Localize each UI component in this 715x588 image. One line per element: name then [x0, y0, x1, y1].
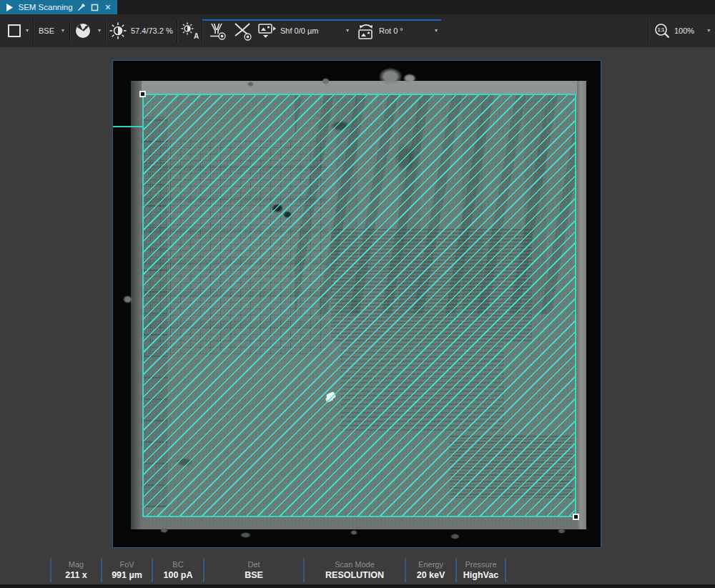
tab-title: SEM Scanning — [18, 3, 72, 11]
beam-blank-button[interactable] — [207, 14, 227, 47]
brightness-contrast-control[interactable]: 57.4/73.2 % — [108, 14, 173, 47]
rotation-dropdown[interactable]: ▾ — [435, 14, 438, 47]
rotation-value: Rot 0 ° — [379, 26, 403, 35]
close-icon[interactable]: ✕ — [104, 2, 112, 12]
sem-scanning-window: SEM Scanning ✕ ▾ BSE ▾ — [0, 0, 715, 588]
bottom-edge-strip — [0, 584, 715, 588]
dwell-time-button[interactable]: ▾ — [74, 14, 101, 47]
image-shift-control[interactable]: Shf 0/0 µm — [257, 14, 318, 47]
zoom-ratio-label: 1:1 — [658, 27, 665, 32]
scan-position-line — [113, 126, 142, 127]
detector-select-button[interactable]: BSE ▾ — [39, 14, 64, 47]
status-value: HighVac — [463, 571, 498, 580]
title-bar: SEM Scanning ✕ — [0, 0, 715, 14]
toolbar-separator — [105, 20, 106, 43]
status-label: Energy — [418, 561, 443, 569]
scan-viewport[interactable] — [112, 60, 601, 548]
status-cell-bc: BC 100 pA — [152, 558, 203, 582]
toolbar-separator — [69, 20, 70, 43]
scan-shape-button[interactable]: ▾ — [6, 14, 29, 47]
selection-handle-top-left[interactable] — [139, 91, 146, 97]
debris-speck — [123, 295, 132, 303]
status-cell-fov: FoV 991 µm — [101, 558, 152, 582]
status-label: Det — [247, 561, 260, 569]
status-cell-det: Det BSE — [203, 558, 303, 582]
die-top-edge — [131, 81, 586, 95]
float-window-icon[interactable] — [90, 2, 99, 12]
scan-shape-square-icon — [6, 22, 23, 39]
brightness-contrast-value: 57.4/73.2 % — [131, 26, 173, 35]
shift-dropdown[interactable]: ▾ — [346, 14, 349, 47]
caret-down-icon: ▾ — [26, 28, 29, 34]
debris-speck — [450, 534, 460, 539]
debris-speck — [403, 74, 416, 83]
play-icon — [5, 2, 14, 12]
caret-down-icon: ▾ — [61, 28, 64, 34]
selection-handle-bottom-right[interactable] — [573, 514, 579, 520]
scan-selection-region[interactable] — [142, 94, 576, 517]
view-zoom-control[interactable]: 1:1 100% ▾ — [654, 14, 710, 47]
debris-speck — [240, 532, 251, 538]
zoom-value: 100% — [674, 26, 694, 35]
speedometer-icon — [74, 21, 92, 40]
status-cell-energy: Energy 20 keV — [405, 558, 455, 582]
debris-speck — [322, 78, 330, 84]
status-label: Scan Mode — [335, 561, 375, 569]
stage-control-button[interactable] — [232, 14, 253, 47]
die-bottom-edge — [131, 517, 586, 529]
caret-down-icon: ▾ — [435, 28, 438, 34]
debris-speck — [379, 68, 402, 85]
status-cell-mag: Mag 211 x — [50, 558, 101, 582]
stage-axes-icon — [232, 21, 253, 41]
debris-speck — [558, 529, 566, 534]
status-value: BSE — [245, 571, 263, 580]
status-label: Mag — [69, 561, 84, 569]
status-value: 100 pA — [164, 571, 193, 580]
status-value: RESOLUTION — [325, 571, 384, 580]
die-left-edge — [131, 81, 142, 529]
pin-icon[interactable] — [77, 2, 86, 12]
toolbar: ▾ BSE ▾ ▾ — [0, 14, 715, 47]
caret-down-icon: ▾ — [346, 28, 349, 34]
scan-rotation-control[interactable]: Rot 0 ° — [356, 14, 403, 47]
die-right-edge — [577, 81, 586, 529]
debris-speck — [350, 530, 358, 535]
auto-label: A — [194, 32, 199, 40]
caret-down-icon: ▾ — [98, 28, 101, 34]
detector-label: BSE — [39, 26, 54, 35]
toolbar-separator — [648, 20, 649, 43]
status-bar: Mag 211 x FoV 991 µm BC 100 pA Det BSE S… — [0, 557, 715, 584]
status-label: BC — [172, 561, 183, 569]
brightness-contrast-icon — [108, 21, 128, 41]
status-label: Pressure — [465, 561, 496, 569]
magnifier-1to1-icon: 1:1 — [654, 22, 671, 40]
status-value: 20 keV — [417, 571, 445, 580]
debris-speck — [160, 528, 168, 533]
electron-beam-icon — [207, 21, 227, 41]
tab-sem-scanning[interactable]: SEM Scanning ✕ — [0, 0, 117, 14]
status-value: 211 x — [65, 571, 87, 580]
status-cell-scan-mode: Scan Mode RESOLUTION — [303, 558, 405, 582]
status-label: FoV — [119, 561, 134, 569]
image-shift-icon — [257, 21, 277, 40]
status-value: 991 µm — [112, 571, 142, 580]
toolbar-separator — [33, 20, 34, 43]
status-cell-pressure: Pressure HighVac — [455, 558, 506, 582]
toolbar-separator — [202, 20, 202, 43]
auto-brightness-icon: A — [180, 21, 199, 40]
toolbar-separator — [177, 20, 177, 43]
auto-brightness-contrast-button[interactable]: A — [180, 14, 199, 47]
caret-down-icon: ▾ — [707, 28, 710, 34]
debris-speck — [247, 82, 254, 87]
rotation-icon — [356, 21, 376, 41]
shift-value: Shf 0/0 µm — [280, 26, 318, 35]
